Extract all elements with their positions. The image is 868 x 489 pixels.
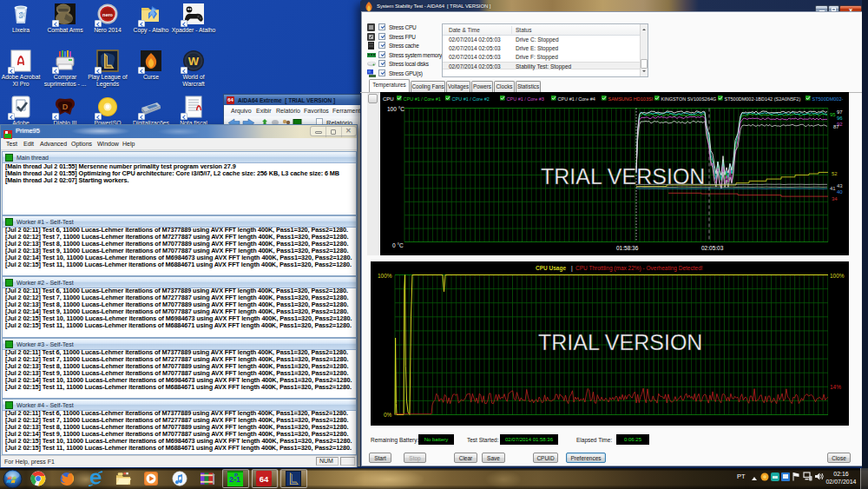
svg-text:|: | bbox=[571, 265, 573, 272]
svg-text:52: 52 bbox=[832, 171, 838, 176]
svg-text:14%: 14% bbox=[830, 384, 841, 390]
svg-text:43: 43 bbox=[837, 183, 843, 188]
svg-text:0 °C: 0 °C bbox=[392, 242, 404, 248]
svg-text:40: 40 bbox=[837, 189, 843, 195]
svg-text:CPU: CPU bbox=[383, 96, 394, 102]
svg-text:100 °C: 100 °C bbox=[387, 106, 404, 112]
svg-text:02:05:03: 02:05:03 bbox=[701, 245, 724, 251]
svg-text:TRIAL VERSION: TRIAL VERSION bbox=[538, 330, 702, 354]
svg-text:D: D bbox=[62, 102, 69, 111]
svg-text:CPU #1 / Core #2: CPU #1 / Core #2 bbox=[452, 96, 490, 102]
svg-text:CPU #1 / Core #4: CPU #1 / Core #4 bbox=[558, 96, 595, 102]
svg-text:100%: 100% bbox=[830, 273, 845, 279]
svg-text:W: W bbox=[188, 55, 200, 68]
svg-text:nero: nero bbox=[102, 12, 114, 17]
svg-text:P: P bbox=[234, 472, 238, 478]
svg-text:96: 96 bbox=[837, 116, 843, 121]
svg-text:CPU Usage: CPU Usage bbox=[536, 265, 566, 272]
svg-text:34: 34 bbox=[832, 196, 838, 202]
svg-text:64: 64 bbox=[260, 474, 269, 484]
svg-text:TRIAL VERSION: TRIAL VERSION bbox=[541, 164, 705, 188]
svg-text:95: 95 bbox=[830, 112, 836, 117]
svg-text:ST500DM002-1BD142 (S2A0N5F2): ST500DM002-1BD142 (S2A0N5F2) bbox=[725, 96, 801, 102]
svg-text:41: 41 bbox=[830, 186, 836, 191]
svg-text:87: 87 bbox=[833, 124, 839, 129]
svg-text:0%: 0% bbox=[384, 412, 392, 418]
svg-text:01:58:36: 01:58:36 bbox=[616, 245, 639, 251]
svg-text:CPU Throttling (max 22%) - Ove: CPU Throttling (max 22%) - Overheating D… bbox=[575, 265, 703, 272]
svg-text:KINGSTON SV100S264G: KINGSTON SV100S264G bbox=[661, 96, 717, 102]
svg-text:97: 97 bbox=[837, 109, 843, 115]
svg-text:ST500DM002-: ST500DM002- bbox=[812, 96, 844, 102]
svg-text:100%: 100% bbox=[378, 273, 392, 279]
svg-text:CPU #1 / Core #3: CPU #1 / Core #3 bbox=[507, 96, 544, 102]
svg-text:CPU #1 / Core #1: CPU #1 / Core #1 bbox=[404, 96, 441, 102]
svg-text:SAMSUNG HD103SI: SAMSUNG HD103SI bbox=[608, 96, 654, 102]
